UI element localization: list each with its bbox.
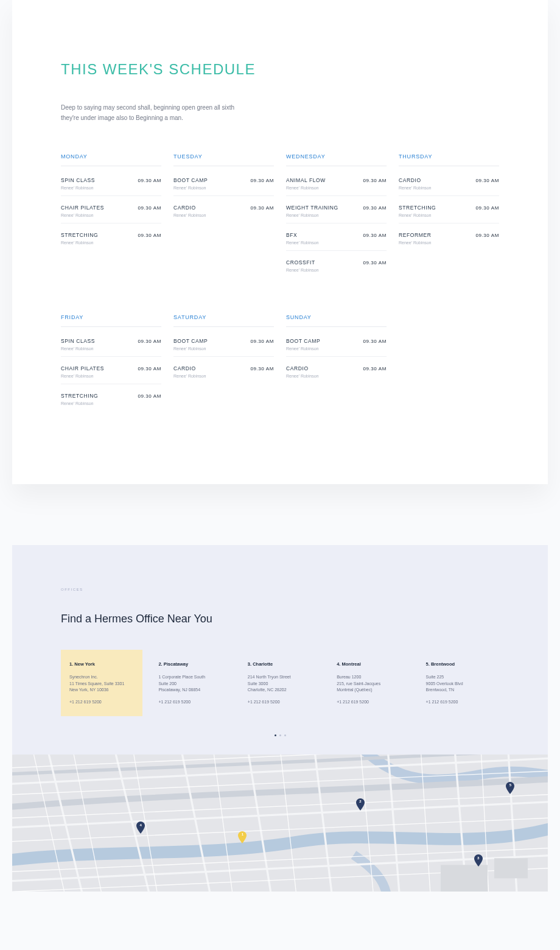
schedule-title: THIS WEEK'S SCHEDULE (61, 61, 499, 78)
empty-day-slot (399, 314, 499, 411)
class-name: BOOT CAMP (286, 338, 320, 344)
class-item[interactable]: ANIMAL FLOW09.30 AMRenee' Robinson (286, 169, 387, 196)
class-time: 09.30 AM (250, 366, 274, 371)
map-pin[interactable]: 2 (356, 798, 365, 811)
class-name: REFORMER (399, 232, 431, 238)
class-name: STRETCHING (61, 232, 98, 238)
map-pin[interactable]: 5 (506, 782, 514, 794)
class-item[interactable]: STRETCHING09.30 AMRenee' Robinson (399, 196, 499, 223)
office-card[interactable]: 4. MontrealBureau 1200215, rue Saint-Jac… (328, 650, 410, 716)
class-trainer: Renee' Robinson (173, 347, 274, 351)
class-item[interactable]: CARDIO09.30 AMRenee' Robinson (173, 196, 274, 223)
day-name: SUNDAY (286, 314, 387, 327)
office-phone: +1 212 619 5200 (69, 698, 134, 705)
day-column: MONDAYSPIN CLASS09.30 AMRenee' RobinsonC… (61, 153, 161, 278)
office-phone: +1 212 619 5200 (158, 698, 223, 705)
class-trainer: Renee' Robinson (173, 213, 274, 217)
class-time: 09.30 AM (475, 233, 499, 238)
class-trainer: Renee' Robinson (61, 213, 161, 217)
pager (61, 734, 499, 736)
class-trainer: Renee' Robinson (399, 241, 499, 245)
offices-eyebrow: OFFICES (61, 588, 499, 591)
schedule-card: THIS WEEK'S SCHEDULE Deep to saying may … (12, 0, 548, 484)
pager-dot[interactable] (284, 734, 286, 736)
class-name: SPIN CLASS (61, 338, 95, 344)
class-item[interactable]: CHAIR PILATES09.30 AMRenee' Robinson (61, 196, 161, 223)
class-time: 09.30 AM (363, 339, 387, 344)
office-card[interactable]: 1. New YorkSynechron Inc.11 Times Square… (61, 650, 142, 716)
map-pin[interactable]: 4 (136, 822, 145, 834)
class-item[interactable]: CROSSFIT09.30 AMRenee' Robinson (286, 251, 387, 278)
office-address: 1 Corporate Place SouthSuite 200Piscataw… (158, 674, 223, 694)
offices-list: 1. New YorkSynechron Inc.11 Times Square… (61, 650, 499, 716)
office-address: Suite 2259005 Overlook BlvdBrentwood, TN (426, 674, 491, 694)
office-address: Synechron Inc.11 Times Square, Suite 330… (69, 674, 134, 694)
class-name: CARDIO (173, 365, 196, 371)
office-name: 2. Piscataway (158, 661, 223, 668)
class-name: SPIN CLASS (61, 177, 95, 183)
class-item[interactable]: BOOT CAMP09.30 AMRenee' Robinson (173, 329, 274, 357)
class-item[interactable]: SPIN CLASS09.30 AMRenee' Robinson (61, 169, 161, 196)
class-time: 09.30 AM (138, 339, 161, 344)
class-name: BOOT CAMP (173, 338, 208, 344)
day-name: THURSDAY (399, 153, 499, 166)
class-item[interactable]: WEIGHT TRAINING09.30 AMRenee' Robinson (286, 196, 387, 223)
class-time: 09.30 AM (138, 366, 161, 371)
class-time: 09.30 AM (363, 233, 387, 238)
class-trainer: Renee' Robinson (61, 374, 161, 378)
offices-title: Find a Hermes Office Near You (61, 613, 499, 625)
class-name: WEIGHT TRAINING (286, 205, 338, 211)
class-name: STRETCHING (399, 205, 436, 211)
class-item[interactable]: STRETCHING09.30 AMRenee' Robinson (61, 223, 161, 250)
class-trainer: Renee' Robinson (61, 241, 161, 245)
class-trainer: Renee' Robinson (173, 374, 274, 378)
class-trainer: Renee' Robinson (286, 347, 387, 351)
office-phone: +1 212 619 5200 (337, 698, 401, 705)
map-pin-number: 1 (242, 832, 243, 836)
day-column: SATURDAYBOOT CAMP09.30 AMRenee' Robinson… (173, 314, 274, 411)
class-item[interactable]: BOOT CAMP09.30 AMRenee' Robinson (286, 329, 387, 357)
class-time: 09.30 AM (250, 178, 274, 183)
office-address: Bureau 1200215, rue Saint-JacquesMontréa… (337, 674, 401, 694)
class-item[interactable]: CARDIO09.30 AMRenee' Robinson (173, 357, 274, 384)
office-name: 1. New York (69, 661, 134, 668)
class-trainer: Renee' Robinson (61, 401, 161, 406)
class-item[interactable]: BFX09.30 AMRenee' Robinson (286, 223, 387, 251)
map-pin-number: 2 (359, 800, 361, 803)
class-trainer: Renee' Robinson (61, 186, 161, 190)
office-card[interactable]: 3. Charlotte214 North Tryon StreetSuite … (239, 650, 321, 716)
class-item[interactable]: BOOT CAMP09.30 AMRenee' Robinson (173, 169, 274, 196)
office-phone: +1 212 619 5200 (426, 698, 491, 705)
offices-card: OFFICES Find a Hermes Office Near You 1.… (12, 545, 548, 892)
class-item[interactable]: SPIN CLASS09.30 AMRenee' Robinson (61, 329, 161, 357)
class-time: 09.30 AM (475, 205, 499, 211)
day-column: TUESDAYBOOT CAMP09.30 AMRenee' RobinsonC… (173, 153, 274, 278)
class-item[interactable]: CARDIO09.30 AMRenee' Robinson (399, 169, 499, 196)
office-address: 214 North Tryon StreetSuite 3000Charlott… (248, 674, 312, 694)
map-pin[interactable]: 3 (474, 854, 483, 867)
pager-dot[interactable] (275, 734, 276, 736)
map-pin[interactable]: 1 (238, 831, 247, 843)
class-trainer: Renee' Robinson (399, 186, 499, 190)
class-time: 09.30 AM (138, 178, 161, 183)
day-name: MONDAY (61, 153, 161, 166)
class-item[interactable]: CARDIO09.30 AMRenee' Robinson (286, 357, 387, 384)
office-card[interactable]: 2. Piscataway1 Corporate Place SouthSuit… (150, 650, 231, 716)
office-name: 4. Montreal (337, 661, 401, 668)
class-time: 09.30 AM (250, 339, 274, 344)
day-name: FRIDAY (61, 314, 161, 327)
class-time: 09.30 AM (250, 205, 274, 211)
map[interactable]: 12345 (12, 755, 548, 892)
class-name: BOOT CAMP (173, 177, 208, 183)
pager-dot[interactable] (279, 734, 281, 736)
class-time: 09.30 AM (363, 260, 387, 266)
class-item[interactable]: STRETCHING09.30 AMRenee' Robinson (61, 384, 161, 411)
class-item[interactable]: REFORMER09.30 AMRenee' Robinson (399, 223, 499, 250)
office-card[interactable]: 5. BrentwoodSuite 2259005 Overlook BlvdB… (418, 650, 499, 716)
week-grid: MONDAYSPIN CLASS09.30 AMRenee' RobinsonC… (61, 153, 499, 411)
class-time: 09.30 AM (138, 233, 161, 238)
class-name: ANIMAL FLOW (286, 177, 326, 183)
class-item[interactable]: CHAIR PILATES09.30 AMRenee' Robinson (61, 357, 161, 384)
class-name: CHAIR PILATES (61, 205, 104, 211)
day-name: SATURDAY (173, 314, 274, 327)
